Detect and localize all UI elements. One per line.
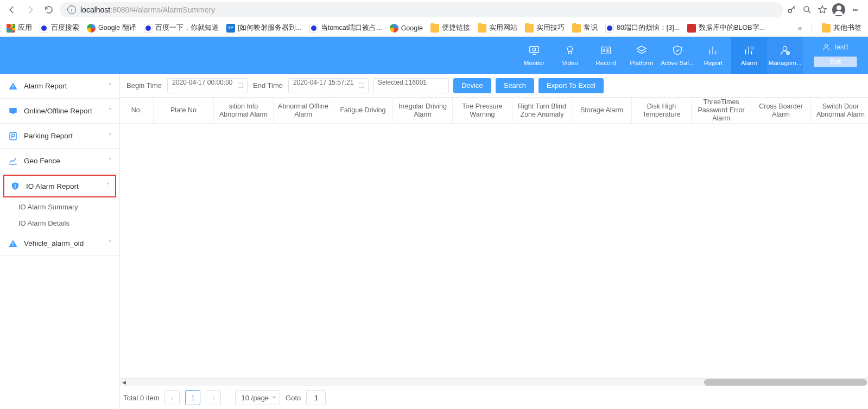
apps-shortcut[interactable]: 应用 [7, 23, 32, 33]
goto-input[interactable] [306, 390, 326, 405]
end-time-input[interactable]: 2020-04-17 15:57:21 ☐ [288, 78, 369, 93]
nav-alarm[interactable]: Alarm [731, 37, 767, 74]
svg-point-1 [804, 7, 809, 11]
column-header[interactable]: Disk High Temperature [632, 98, 692, 123]
search-button[interactable]: Search [496, 78, 534, 93]
bookmark-label: 80端口的烦恼：[3]... [617, 23, 680, 33]
tp-icon: TP [226, 24, 235, 33]
sidebar-item-alarm-report[interactable]: Alarm Report˅ [0, 74, 119, 99]
bookmark-label: 应用 [18, 23, 32, 33]
scrollbar-thumb[interactable] [704, 379, 867, 386]
nav-report[interactable]: Report [695, 37, 731, 74]
sidebar-label: Geo Fence [24, 157, 60, 165]
platform-icon [635, 44, 648, 57]
nav-video[interactable]: Video [552, 37, 588, 74]
folder-icon [525, 24, 534, 33]
nav-manage[interactable]: Managem... [767, 37, 803, 74]
column-header[interactable]: Cross Boarder Alarm [751, 98, 811, 123]
bookmarks-more[interactable]: » [798, 24, 802, 32]
bookmark-item[interactable]: 当tomcat端口被占... [309, 23, 382, 33]
app-top-nav: MonitorVideoRecordPlatformActive Saf...R… [0, 37, 868, 74]
sidebar-item-io-alarm-report[interactable]: IO Alarm Report˄ [3, 175, 116, 197]
video-icon [563, 44, 576, 57]
table: No.Plate Nosition Info Abnormal AlarmAbn… [120, 98, 868, 379]
reload-button[interactable] [41, 2, 56, 17]
begin-time-label: Begin Time [125, 81, 163, 90]
column-header[interactable]: No. [120, 98, 154, 123]
column-header[interactable]: Switch Door Abnormal Alarm [811, 98, 868, 123]
export-button[interactable]: Export To Excel [538, 78, 604, 93]
back-button[interactable] [4, 2, 20, 17]
bookmark-item[interactable]: 实用技巧 [525, 23, 565, 33]
forward-button[interactable] [23, 2, 38, 17]
column-header[interactable]: sition Info Abnormal Alarm [214, 98, 274, 123]
bookmark-item[interactable]: Google [390, 24, 423, 33]
prev-page-button[interactable]: ‹ [164, 390, 180, 405]
svg-point-11 [825, 44, 827, 47]
begin-time-input[interactable]: 2020-04-17 00:00:00 ☐ [167, 78, 248, 93]
column-header[interactable]: Abnormal Offline Alarm [274, 98, 333, 123]
key-icon[interactable] [787, 4, 797, 15]
svg-point-4 [567, 47, 572, 52]
pagination: Total 0 item ‹ 1 › 10 /page Goto [120, 386, 868, 409]
address-bar[interactable]: i localhost:8080/#/alarms/AlarmSummery [60, 2, 783, 17]
star-icon[interactable] [817, 4, 828, 15]
bookmark-label: 常识 [584, 23, 598, 33]
column-header[interactable]: Right Turn Blind Zone Anomaly [512, 98, 572, 123]
page-number[interactable]: 1 [185, 390, 200, 405]
svg-rect-15 [12, 113, 15, 114]
sidebar-item-geo-fence[interactable]: Geo Fence˅ [0, 149, 119, 174]
bookmark-item[interactable]: TP[如何映射服务器到... [226, 23, 302, 33]
filter-bar: Begin Time 2020-04-17 00:00:00 ☐ End Tim… [120, 74, 868, 98]
bookmark-item[interactable]: 百度搜索 [40, 23, 79, 33]
zoom-icon[interactable] [802, 4, 813, 15]
selected-input[interactable]: Selected:116001 [373, 78, 449, 93]
sidebar-item-online-offline-report[interactable]: Online/Offline Report˅ [0, 99, 119, 124]
site-info-icon[interactable]: i [67, 5, 76, 14]
sidebar-subitem[interactable]: IO Alarm Details [0, 215, 119, 231]
exit-button[interactable]: Exit [814, 56, 857, 67]
url-text: localhost:8080/#/alarms/AlarmSummery [80, 5, 215, 14]
other-bookmarks[interactable]: 其他书签 [822, 23, 861, 33]
next-page-button[interactable]: › [206, 390, 221, 405]
bookmark-item[interactable]: 便捷链接 [430, 23, 470, 33]
bookmark-item[interactable]: 常识 [572, 23, 598, 33]
bookmark-item[interactable]: 80端口的烦恼：[3]... [605, 23, 680, 33]
page-size-select[interactable]: 10 /page [235, 390, 280, 405]
sidebar-label: Online/Offline Report [24, 107, 92, 115]
bookmark-item[interactable]: 数据库中的BLOB字... [687, 23, 765, 33]
scroll-left-icon[interactable]: ◀ [120, 379, 128, 386]
column-header[interactable]: Storage Alarm [572, 98, 632, 123]
chrome-menu-icon[interactable] [850, 4, 860, 15]
bookmark-item[interactable]: 实用网站 [478, 23, 517, 33]
horizontal-scrollbar[interactable]: ◀ ▶ [120, 379, 868, 386]
column-header[interactable]: Fatigue Driving [333, 98, 393, 123]
column-header[interactable]: Tire Pressure Warning [453, 98, 512, 123]
nav-monitor[interactable]: Monitor [516, 37, 552, 74]
column-header[interactable]: Plate No [154, 98, 214, 123]
manage-icon [778, 44, 791, 57]
red-icon [687, 24, 696, 33]
baidu-icon [309, 24, 318, 33]
browser-actions [787, 3, 864, 16]
nav-active[interactable]: Active Saf... [660, 37, 695, 74]
nav-record[interactable]: Record [588, 37, 624, 74]
column-header[interactable]: ThreeTimes Password Error Alarm [692, 98, 751, 123]
baidu-icon [144, 24, 153, 33]
nav-platform[interactable]: Platform [624, 37, 660, 74]
sidebar-item-vehicle-alarm-old[interactable]: Vehicle_alarm_old˅ [0, 231, 119, 256]
column-header[interactable]: Irregular Driving Alarm [393, 98, 453, 123]
main-panel: Begin Time 2020-04-17 00:00:00 ☐ End Tim… [120, 74, 868, 409]
sidebar-item-parking-report[interactable]: Parking Report˅ [0, 124, 119, 149]
device-button[interactable]: Device [453, 78, 491, 93]
bookmark-item[interactable]: Google 翻译 [87, 23, 136, 33]
bookmark-item[interactable]: 百度一下，你就知道 [144, 23, 219, 33]
folder-icon [572, 24, 581, 33]
calendar-icon: ☐ [237, 81, 244, 90]
sidebar-subitem[interactable]: IO Alarm Summary [0, 199, 119, 215]
svg-rect-13 [12, 87, 14, 88]
bookmark-label: 百度搜索 [51, 23, 79, 33]
profile-avatar[interactable] [832, 3, 845, 16]
user-block: test1 Exit [803, 37, 868, 74]
svg-rect-18 [15, 187, 16, 188]
